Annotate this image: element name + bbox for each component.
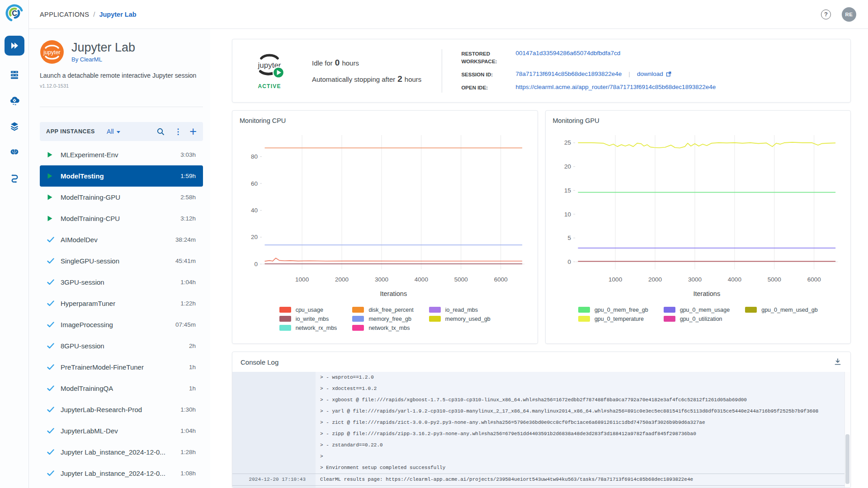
instance-name: ModelTraining-GPU [61, 193, 120, 201]
log-timestamp: 2024-12-20 17:10:43 [232, 474, 316, 485]
rail-item-models[interactable] [8, 145, 21, 159]
clearml-logo[interactable]: C [5, 3, 24, 25]
instance-name: ModelTraining-CPU [61, 215, 120, 222]
field-value-link[interactable]: 00147a1d33594286a65074dbfbdfa7cd [515, 50, 620, 56]
field-value-link[interactable]: https://clearml.acme.ai/app_router/78a71… [515, 84, 716, 90]
log-scrollbar-thumb[interactable] [845, 434, 849, 484]
rail-item-cloud-autoscaler[interactable] [8, 94, 21, 107]
avatar[interactable]: RE [842, 7, 856, 22]
legend-item[interactable]: disk_free_percent [352, 307, 413, 313]
log-text: > - yarl @ file:///rapids/yarl-1.9.2-cp3… [316, 406, 850, 417]
rail-item-applications[interactable] [5, 36, 24, 56]
legend-item[interactable]: gpu_0_mem_free_gb [578, 307, 648, 313]
download-workspace-link[interactable]: download [637, 70, 671, 77]
breadcrumb-separator: / [93, 10, 95, 18]
app-instance-row[interactable]: HyperparamTuner1:22h [40, 293, 203, 314]
external-link-icon [666, 71, 671, 77]
legend-label: disk_free_percent [368, 307, 413, 313]
app-instance-row[interactable]: 3GPU-session1:04h [40, 272, 203, 293]
instance-duration: 38:24m [172, 236, 196, 243]
legend-item[interactable]: gpu_0_temperature [578, 316, 648, 322]
app-instance-row[interactable]: MLExperiment-Env3:03h [40, 144, 203, 165]
svg-text:Iterations: Iterations [380, 290, 407, 297]
log-text: > Environment setup completed successful… [316, 462, 850, 474]
instance-duration: 1:04h [177, 279, 196, 286]
jupyter-session-logo: jupyter [250, 52, 289, 80]
legend-item[interactable]: gpu_0_utilization [664, 316, 730, 322]
legend-swatch [279, 325, 291, 331]
instance-name: JupyterLabML-Dev [61, 427, 118, 435]
legend-item[interactable]: gpu_0_mem_usage [664, 307, 730, 313]
legend-item[interactable]: gpu_0_mem_used_gb [745, 307, 817, 313]
status-running-icon [47, 173, 53, 179]
app-instance-row[interactable]: ModelTrainingQA1h [40, 378, 203, 399]
log-timestamp [232, 462, 316, 474]
log-scrollbar[interactable] [844, 372, 850, 488]
legend-item[interactable]: cpu_usage [279, 307, 337, 313]
app-instance-row[interactable]: ModelTraining-GPU2:58h [40, 187, 203, 208]
status-completed-icon [47, 449, 54, 455]
field-value-link[interactable]: 78a71713f6914c85b68dec1893822e4e [515, 70, 622, 77]
legend-item[interactable]: io_read_mbs [429, 307, 491, 313]
app-instance-row[interactable]: Jupyter Lab_instance_2024-12-0...1:08h [40, 463, 203, 484]
console-log-output[interactable]: > - wsproto==1.2.0> - xdoctest==1.0.2> -… [232, 372, 850, 488]
download-log-button[interactable] [833, 357, 842, 366]
instances-filter-dropdown[interactable]: All [107, 128, 120, 135]
session-logo-block: jupyter ACTIVE [246, 52, 293, 89]
search-button[interactable] [156, 127, 165, 136]
legend-swatch [429, 316, 441, 322]
app-description: Launch a detachable remote interactive J… [40, 72, 210, 79]
legend-label: gpu_0_mem_used_gb [761, 307, 817, 313]
app-instance-row[interactable]: ImageProcessing07:45m [40, 314, 203, 335]
log-timestamp [232, 451, 316, 462]
app-instance-row[interactable]: 8GPU-session2h [40, 335, 203, 357]
gpu-chart-legend: gpu_0_mem_free_gbgpu_0_mem_usagegpu_0_me… [553, 307, 844, 322]
legend-swatch [352, 325, 364, 331]
breadcrumb-jupyter-lab[interactable]: Jupyter Lab [99, 11, 136, 18]
more-menu-button[interactable]: ⋮ [174, 128, 182, 136]
gpu-chart-plot[interactable]: 1000200030004000500060000510152025Iterat… [553, 125, 844, 307]
download-icon [833, 357, 842, 366]
breadcrumb: APPLICATIONS / Jupyter Lab [40, 10, 137, 18]
legend-item[interactable]: network_tx_mbs [352, 325, 413, 331]
breadcrumb-applications[interactable]: APPLICATIONS [40, 11, 89, 18]
svg-text:jupyter: jupyter [43, 49, 61, 56]
log-text: ClearML results page: https://clearml-ap… [316, 474, 850, 485]
svg-text:80: 80 [251, 153, 258, 160]
add-instance-button[interactable]: + [189, 126, 197, 137]
rail-item-datasets[interactable] [8, 119, 21, 133]
console-log-line: 2024-12-20 17:10:43ClearML results page:… [232, 474, 850, 486]
legend-swatch [578, 307, 590, 313]
legend-item[interactable]: memory_free_gb [352, 316, 413, 322]
session-status-card: jupyter ACTIVE Idle for0hours Automatica… [232, 39, 851, 103]
app-instance-row[interactable]: Jupyter Lab_instance_2024-12-0...1:28h [40, 441, 203, 463]
console-log-card: Console Log > - wsproto==1.2.0> - xdocte… [232, 352, 851, 488]
svg-text:5: 5 [567, 235, 571, 241]
svg-text:15: 15 [564, 187, 571, 194]
console-log-line: > - zipp @ file:///rapids/zipp-3.16.2-py… [232, 428, 850, 440]
app-instances-list: MLExperiment-Env3:03hModelTesting1:59hMo… [40, 144, 203, 484]
session-field-row: RESTORED WORKSPACE:00147a1d33594286a6507… [461, 50, 716, 66]
app-instance-row[interactable]: SingleGPU-session45:41m [40, 250, 203, 272]
svg-text:4000: 4000 [727, 276, 741, 283]
app-instance-row[interactable]: ModelTraining-CPU3:12h [40, 208, 203, 229]
cpu-chart-plot[interactable]: 100020003000400050006000020406080Iterati… [240, 125, 530, 307]
legend-item[interactable]: network_rx_mbs [279, 325, 337, 331]
legend-label: io_write_mbs [296, 316, 329, 322]
legend-item[interactable]: memory_used_gb [429, 316, 491, 322]
pipelines-icon [9, 172, 20, 183]
app-instance-row[interactable]: PreTrainerModel-FineTuner1h [40, 357, 203, 378]
svg-text:2000: 2000 [335, 276, 349, 283]
monitoring-charts-row: Monitoring CPU 1000200030004000500060000… [232, 110, 851, 344]
session-fields: RESTORED WORKSPACE:00147a1d33594286a6507… [461, 50, 716, 92]
app-instance-row[interactable]: AIModelDev38:24m [40, 229, 203, 250]
app-instance-row[interactable]: JupyterLab-Research-Prod1:30h [40, 399, 203, 420]
rail-item-workers-queues[interactable] [8, 68, 21, 81]
app-instance-row[interactable]: ModelTesting1:59h [40, 165, 203, 187]
app-publisher-link[interactable]: By ClearML [71, 56, 135, 63]
legend-item[interactable]: io_write_mbs [279, 316, 337, 322]
rail-item-pipelines[interactable] [8, 171, 21, 184]
status-completed-icon [47, 364, 54, 370]
help-icon[interactable]: ? [821, 9, 831, 19]
app-instance-row[interactable]: JupyterLabML-Dev1:04h [40, 420, 203, 441]
